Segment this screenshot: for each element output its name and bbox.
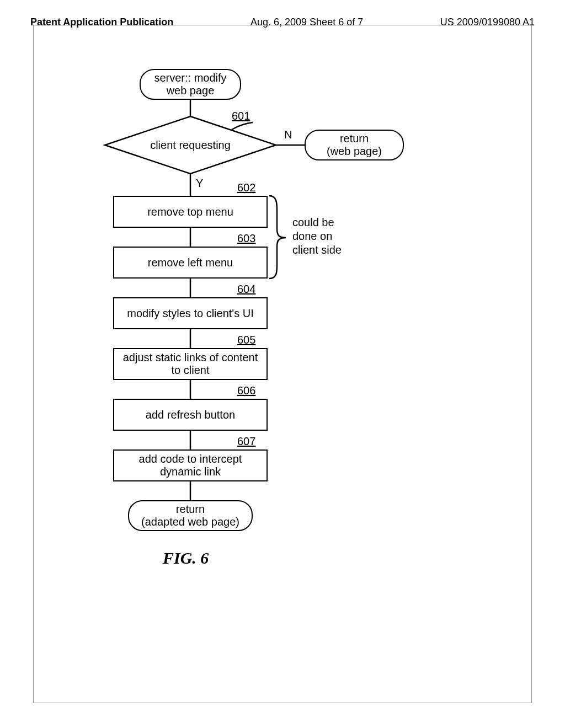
process-607-text: add code to intercept dynamic link (119, 453, 262, 478)
ref-601: 601 (232, 110, 250, 122)
ref-605: 605 (237, 334, 255, 346)
process-606-text: add refresh button (146, 409, 235, 421)
ref-602: 602 (237, 181, 255, 194)
terminator-start: server:: modifyweb page (140, 69, 241, 100)
process-605-text: adjust static links of content to client (119, 351, 262, 377)
label-no: N (284, 129, 292, 141)
ref-606: 606 (237, 384, 255, 397)
ref-603: 603 (237, 232, 255, 245)
terminator-return-adapted-text: return(adapted web page) (141, 503, 239, 528)
process-604: modify styles to client's UI (113, 297, 268, 329)
process-605: adjust static links of content to client (113, 348, 268, 380)
terminator-return-webpage: return(web page) (305, 130, 404, 160)
figure-caption: FIG. 6 (163, 549, 209, 568)
ref-604: 604 (237, 283, 255, 296)
process-603-text: remove left menu (148, 256, 233, 269)
terminator-start-text: server:: modifyweb page (154, 72, 226, 97)
process-606: add refresh button (113, 399, 268, 431)
header-mid: Aug. 6, 2009 Sheet 6 of 7 (250, 17, 363, 28)
process-602: remove top menu (113, 196, 268, 228)
ref-607: 607 (237, 435, 255, 448)
process-602-text: remove top menu (147, 206, 233, 218)
process-604-text: modify styles to client's UI (127, 307, 253, 320)
header-right: US 2009/0199080 A1 (440, 17, 535, 28)
flowchart: server:: modifyweb page client requestin… (66, 69, 414, 620)
process-603: remove left menu (113, 247, 268, 279)
page-header: Patent Application Publication Aug. 6, 2… (30, 17, 535, 28)
side-note: could bedone onclient side (292, 216, 359, 257)
decision-client-requesting: client requesting (105, 116, 276, 174)
terminator-return-webpage-text: return(web page) (327, 132, 382, 158)
decision-text: client requesting (105, 116, 276, 174)
terminator-return-adapted: return(adapted web page) (128, 500, 253, 531)
label-yes: Y (196, 177, 203, 190)
header-left: Patent Application Publication (30, 17, 173, 28)
process-607: add code to intercept dynamic link (113, 449, 268, 481)
